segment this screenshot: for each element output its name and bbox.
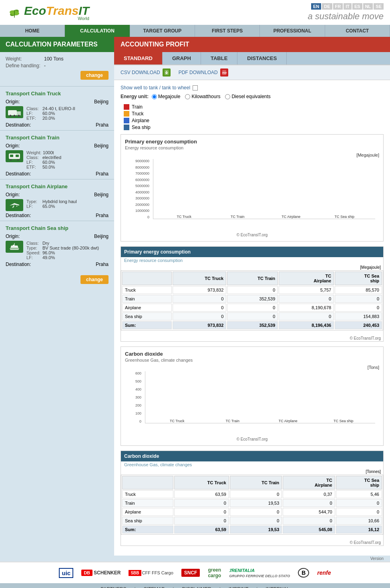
nav-professional[interactable]: PROFESSIONAL: [260, 25, 325, 37]
left-panel-title: CALCULATION PARAMETERS: [0, 37, 114, 52]
lang-de[interactable]: DE: [322, 3, 332, 10]
csv-download-link[interactable]: CSV DOWNLOAD: [121, 68, 171, 77]
svg-rect-10: [16, 155, 19, 157]
co2-th-tc-seaship: TC Seaship: [336, 476, 382, 489]
well-tank-checkbox[interactable]: [193, 85, 198, 91]
tc-airplane-origin: Origin: Beijing: [6, 192, 109, 197]
radio-kilowatt-input[interactable]: [185, 94, 190, 99]
footer-partners[interactable]: PARTNERS: [101, 586, 126, 588]
radio-diesel[interactable]: Diesel equivalents: [225, 94, 270, 99]
partners-bar: uic DB SCHENKER SBB CFF FFS Cargo SNCF g…: [0, 562, 390, 583]
y-axis-energy: 9000000 8000000 7000000 6000000 5000000 …: [125, 159, 151, 219]
footer-sitemap[interactable]: SITEMAP: [144, 586, 165, 588]
right-panel: ACCOUNTING PROFIT STANDARD GRAPH TABLE D…: [114, 37, 390, 556]
svg-point-11: [10, 159, 12, 161]
change-button-top[interactable]: change: [80, 71, 109, 80]
co2-bar-seaship: TC Sea ship: [320, 418, 368, 423]
legend-seaship: Sea ship: [124, 125, 380, 130]
transport-chain-truck: Transport Chain Truck Origin: Beijing Cl…: [0, 86, 114, 130]
co2-table-subtitle: Greenhouse Gas, climate changes: [121, 461, 383, 469]
lang-es[interactable]: ES: [352, 3, 362, 10]
energy-bars: TC Truck TC Train TC Airplane TC Se: [153, 159, 375, 219]
tc-train-props: Weight:1000t Class:electrified LF:60.0% …: [26, 150, 61, 169]
legend-airplane-color: [124, 118, 129, 123]
renfe-logo: renfe: [317, 570, 331, 576]
energy-chart-title: Primary energy consumption: [125, 139, 379, 145]
well-tank-link[interactable]: Show well to tank / tank to wheel: [121, 85, 190, 91]
tc-airplane-destination: Destination: Praha: [6, 213, 109, 218]
tc-truck-title: Transport Chain Truck: [6, 91, 109, 97]
co2-chart-subtitle: Greenhouse Gas, climate changes: [125, 358, 379, 362]
svg-rect-3: [8, 110, 17, 115]
svg-text:PDF: PDF: [222, 72, 227, 74]
footer-imprint[interactable]: IMPRINT: [229, 586, 248, 588]
tc-truck-detail: Class:24-40 t, EURO-II LF:60.0% ETF:20.0…: [6, 106, 109, 121]
co2-bar-truck: TC Truck: [153, 418, 201, 423]
right-panel-title: ACCOUNTING PROFIT: [114, 37, 390, 52]
tc-truck-origin-value: Beijing: [94, 99, 109, 105]
nav-target-group[interactable]: TARGET GROUP: [130, 25, 195, 37]
nav-contact[interactable]: CONTACT: [325, 25, 390, 37]
nav-home[interactable]: HOME: [0, 25, 65, 37]
legend-train-color: [124, 104, 129, 110]
lang-it[interactable]: IT: [344, 3, 352, 10]
radio-diesel-input[interactable]: [225, 94, 230, 99]
tc-truck-origin: Origin: Beijing: [6, 99, 109, 105]
tc-train-title: Transport Chain Train: [6, 135, 109, 141]
co2-th-tc-train: TC Train: [230, 476, 282, 489]
energy-table-title: Primary energy consumption: [121, 247, 383, 257]
csv-download-label: CSV DOWNLOAD: [121, 70, 160, 75]
energy-unit-label: Energy unit:: [121, 94, 149, 99]
footer-internal[interactable]: INTERNAL: [265, 586, 289, 588]
lang-en[interactable]: EN: [311, 3, 321, 10]
legend: Train Truck Airplane Sea ship: [121, 104, 384, 130]
bar-tc-airplane: TC Airplane: [268, 213, 314, 219]
lang-se[interactable]: SE: [374, 3, 384, 10]
energy-chart-subtitle: Energy resource consumption: [125, 145, 379, 150]
language-bar: EN DE FR IT ES NL SE: [311, 3, 384, 10]
legend-train: Train: [124, 104, 380, 110]
change-button-bottom[interactable]: change: [80, 275, 109, 284]
pdf-download-link[interactable]: PDF DOWNLOAD PDF: [179, 68, 228, 77]
tab-graph[interactable]: GRAPH: [163, 52, 201, 64]
legend-truck-color: [124, 111, 129, 117]
tab-distances[interactable]: DISTANCES: [237, 52, 287, 64]
th-tc-train: TC Train: [227, 272, 278, 285]
co2-th-empty: [122, 476, 173, 489]
lang-nl[interactable]: NL: [363, 3, 373, 10]
th-tc-airplane: TCAirplane: [279, 272, 334, 285]
weight-value: 100 Tons: [44, 56, 64, 62]
co2-th-tc-airplane: TCAirplane: [283, 476, 335, 489]
tab-table[interactable]: TABLE: [201, 52, 237, 64]
logo-text: EcoTransIT: [24, 4, 89, 17]
svg-rect-9: [10, 155, 13, 157]
legend-seaship-label: Sea ship: [132, 125, 151, 130]
handling-row: Define handling: -: [6, 63, 109, 68]
bar-tc-seaship: TC Sea ship: [322, 213, 368, 219]
legend-truck-label: Truck: [132, 111, 144, 117]
y-axis-co2: 600 500 400 300 200 100 0: [125, 371, 143, 423]
csv-download-icon: [163, 68, 171, 77]
energy-table-unit: [Megajoule]: [121, 264, 383, 270]
table-row: Airplane00544,700: [122, 508, 382, 516]
tc-seaship-title: Transport Chain Sea ship: [6, 225, 109, 231]
db-schenker-logo: DB SCHENKER: [81, 570, 121, 576]
tc-airplane-title: Transport Chain Airplane: [6, 183, 109, 189]
nav-calculation[interactable]: CALCULATION: [65, 25, 130, 37]
co2-table-copyright: © EcoTransIT.org: [121, 540, 383, 546]
green-cargo-logo: greencargo: [208, 567, 221, 578]
footer-disclaimer[interactable]: DISCLAIMER: [182, 586, 211, 588]
tab-standard[interactable]: STANDARD: [114, 52, 163, 64]
sncf-logo: SNCF: [181, 569, 200, 577]
tc-airplane-detail: Type:Hybdrid long haul LF:65.0%: [6, 199, 109, 211]
pdf-download-label: PDF DOWNLOAD: [179, 70, 218, 75]
tc-train-destination: Destination: Praha: [6, 171, 109, 177]
co2-sum-row: Sum:63,5919,53545,0816,12: [122, 526, 382, 534]
radio-kilowatt[interactable]: Kilowatthours: [185, 94, 220, 99]
radio-megajoule-input[interactable]: [152, 94, 157, 99]
table-sum-row: Sum:973,832352,5398,196,436240,453: [122, 321, 382, 329]
radio-megajoule[interactable]: Megajoule: [152, 94, 180, 99]
nav-first-steps[interactable]: FIRST STEPS: [195, 25, 260, 37]
well-tank-row[interactable]: Show well to tank / tank to wheel: [121, 85, 384, 91]
lang-fr[interactable]: FR: [333, 3, 343, 10]
